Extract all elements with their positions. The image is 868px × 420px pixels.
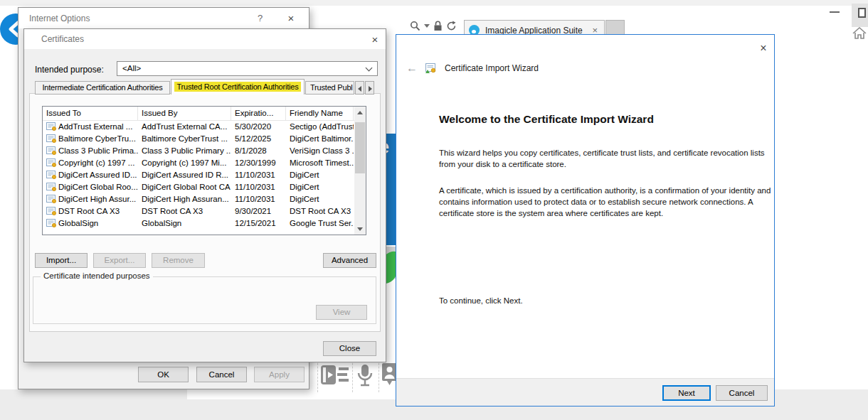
table-cell: DigiCert Global Roo... (43, 181, 138, 193)
refresh-icon[interactable] (446, 21, 457, 31)
arrow-up-icon (357, 111, 363, 114)
arrow-right-icon (369, 86, 372, 92)
home-icon[interactable] (852, 26, 867, 40)
wizard-back-icon[interactable]: ← (406, 62, 418, 75)
screen: Imagicle Application Suite × e (0, 0, 868, 420)
groupbox-label: Certificate intended purposes (41, 271, 153, 280)
table-cell: DigiCert Assured ID R... (138, 169, 231, 181)
table-row[interactable]: DigiCert Assured ID...DigiCert Assured I… (43, 169, 366, 181)
wizard-title: Certificate Import Wizard (445, 63, 539, 73)
import-button[interactable]: Import... (35, 253, 88, 268)
table-row[interactable]: GlobalSignGlobalSign12/15/2021Google Tru… (43, 217, 366, 230)
intended-purpose-combobox[interactable]: <All> (117, 61, 378, 76)
certificate-icon (46, 170, 57, 179)
divider (352, 360, 353, 392)
tab-scroll-left-button[interactable] (355, 81, 364, 95)
wizard-heading: Welcome to the Certificate Import Wizard (439, 113, 654, 126)
table-row[interactable]: Class 3 Public Prima...Class 3 Public Pr… (43, 145, 366, 157)
table-cell: Sectigo (AddTrust) (286, 121, 354, 133)
intended-purpose-label: Intended purpose: (35, 65, 104, 75)
search-icon[interactable] (410, 21, 420, 31)
column-header-issued-to[interactable]: Issued To (43, 107, 138, 120)
internet-options-close-button[interactable]: × (283, 11, 299, 26)
table-cell: GlobalSign (43, 217, 138, 230)
arrow-left-icon (358, 86, 361, 92)
table-cell: 5/30/2020 (231, 121, 286, 133)
wizard-close-button[interactable]: × (756, 41, 771, 55)
apply-button: Apply (254, 367, 305, 382)
table-cell: AddTrust External ... (43, 121, 138, 133)
search-dropdown-icon[interactable] (424, 24, 430, 28)
arrow-down-icon (357, 227, 363, 231)
table-cell: DigiCert (286, 181, 354, 193)
list-scrollbar[interactable] (354, 107, 366, 235)
window-minimize-button[interactable] (830, 11, 840, 13)
tab-trusted-publishers[interactable]: Trusted Publ (305, 81, 354, 95)
advanced-button[interactable]: Advanced (323, 253, 376, 268)
tab-label-highlighted: Trusted Root Certification Authorities (174, 82, 300, 92)
certificate-icon (46, 206, 57, 215)
table-row[interactable]: AddTrust External ...AddTrust External C… (43, 121, 366, 133)
table-cell: DigiCert Global Root CA (138, 181, 231, 193)
certificates-list[interactable]: Issued To Issued By Expiratio... Friendl… (42, 106, 366, 235)
table-row[interactable]: DST Root CA X3DST Root CA X39/30/2021DST… (43, 205, 366, 217)
lock-icon (433, 21, 443, 31)
certificate-icon (46, 146, 57, 155)
certificate-icon (46, 218, 57, 227)
cert-table-rows: AddTrust External ...AddTrust External C… (43, 121, 366, 230)
tab-trusted-root-authorities[interactable]: Trusted Root Certification Authorities (171, 79, 305, 95)
microphone-icon (356, 365, 374, 389)
table-cell: 11/10/2031 (231, 181, 286, 193)
table-row[interactable]: DigiCert High Assur...DigiCert High Assu… (43, 193, 366, 205)
table-cell: Baltimore CyberTru... (43, 133, 138, 145)
table-cell: Microsoft Timest... (286, 157, 354, 169)
remove-button: Remove (152, 253, 205, 268)
next-button[interactable]: Next (662, 385, 711, 401)
wizard-paragraph-2: A certificate, which is issued by a cert… (439, 185, 779, 219)
certificate-icon (46, 134, 57, 143)
scrollbar-thumb[interactable] (355, 122, 365, 173)
certificate-icon (46, 182, 57, 191)
column-header-issued-by[interactable]: Issued By (138, 107, 231, 120)
table-cell: DST Root CA X3 (286, 205, 354, 217)
certificates-close-button[interactable]: × (367, 32, 383, 47)
help-button[interactable]: ? (258, 13, 263, 23)
table-row[interactable]: Copyright (c) 1997 ...Copyright (c) 1997… (43, 157, 366, 169)
tab-label: Trusted Publ (310, 83, 353, 92)
certificate-icon (46, 158, 57, 167)
wizard-header: ← Certificate Import Wizard (406, 62, 539, 75)
certificate-import-wizard-dialog: × ← Certificate Import Wizard Welcome to… (396, 34, 775, 406)
table-cell: Baltimore CyberTrust ... (138, 133, 231, 145)
internet-options-titlebar[interactable]: Internet Options ? × (18, 8, 309, 28)
cancel-button[interactable]: Cancel (196, 367, 247, 382)
close-button[interactable]: Close (323, 341, 376, 356)
column-header-expiration[interactable]: Expiratio... (231, 107, 286, 120)
wizard-cancel-button[interactable]: Cancel (716, 385, 768, 401)
table-row[interactable]: DigiCert Global Roo...DigiCert Global Ro… (43, 181, 366, 193)
tab-label: Intermediate Certification Authorities (42, 83, 162, 92)
export-button: Export... (93, 253, 146, 268)
table-cell: 8/1/2028 (231, 145, 286, 157)
table-cell: AddTrust External CA... (138, 121, 231, 133)
certificates-titlebar[interactable]: Certificates × (24, 29, 386, 49)
table-cell: Class 3 Public Prima... (43, 145, 138, 157)
table-cell: DigiCert (286, 169, 354, 181)
table-cell: 9/30/2021 (231, 205, 286, 217)
column-header-friendly-name[interactable]: Friendly Name (286, 107, 354, 120)
ok-button[interactable]: OK (138, 367, 189, 382)
table-cell: 11/10/2031 (231, 193, 286, 205)
tab-intermediate-authorities[interactable]: Intermediate Certification Authorities (35, 81, 170, 95)
scroll-up-button[interactable] (354, 107, 366, 118)
scroll-down-button[interactable] (354, 223, 366, 235)
media-recordings-icon (321, 364, 351, 387)
divider (379, 360, 379, 392)
top-right-icon-fragment (858, 8, 866, 18)
browser-top-strip (0, 0, 868, 6)
tab-scroll-right-button[interactable] (365, 81, 374, 95)
divider (317, 360, 318, 392)
table-cell: Google Trust Ser... (286, 217, 354, 230)
table-row[interactable]: Baltimore CyberTru...Baltimore CyberTrus… (43, 133, 366, 145)
certificate-icon (46, 194, 57, 203)
table-cell: DigiCert (286, 193, 354, 205)
view-button: View (316, 305, 367, 320)
